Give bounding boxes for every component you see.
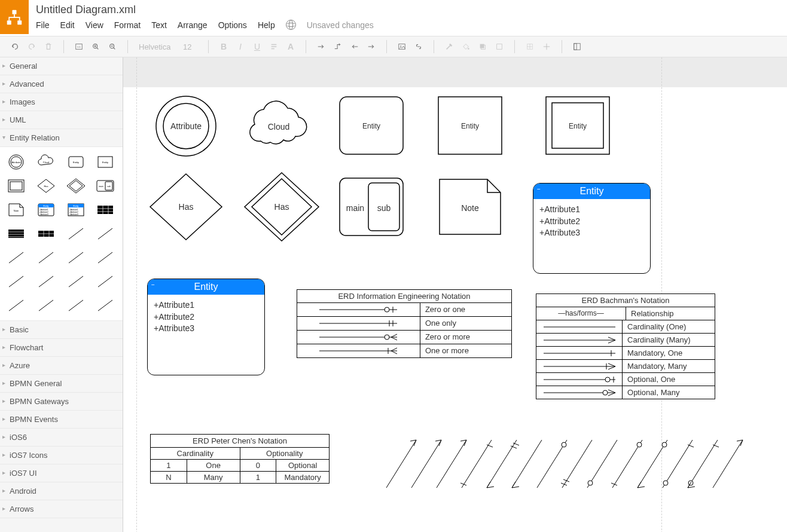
palette-entity-table-blue2[interactable]: Entity+Attribute1+Attribute2+Attribute3 <box>63 200 89 220</box>
palette-entity-rounded[interactable]: Entity <box>63 152 89 172</box>
sidebar-category-general[interactable]: General <box>0 57 123 75</box>
palette-line-9[interactable] <box>63 271 89 292</box>
shape-note[interactable]: Note <box>437 177 503 237</box>
underline-button[interactable]: U <box>249 39 265 54</box>
palette-table-dark3[interactable] <box>33 224 59 244</box>
link-button[interactable] <box>411 39 426 54</box>
shadow-button[interactable] <box>475 39 490 54</box>
sidebar-category-advanced[interactable]: Advanced <box>0 75 123 93</box>
sidebar-category-bpmn-general[interactable]: BPMN General <box>0 375 123 393</box>
palette-line-3[interactable] <box>4 247 29 268</box>
zoom-in-button[interactable] <box>88 39 103 54</box>
palette-line-13[interactable] <box>63 295 89 316</box>
line-start-button[interactable] <box>347 39 362 54</box>
delete-button[interactable] <box>41 39 56 54</box>
menu-options[interactable]: Options <box>218 20 247 30</box>
sidebar-category-arrows[interactable]: Arrows <box>0 500 123 518</box>
palette-line-14[interactable] <box>93 295 118 316</box>
sidebar-category-entity-relation[interactable]: Entity Relation <box>0 129 123 147</box>
palette-line-8[interactable] <box>33 271 59 292</box>
sidebar-category-uml[interactable]: UML <box>0 111 123 129</box>
shape-chen-notation[interactable]: ERD Peter Chen's Notation Cardinality Op… <box>150 434 330 484</box>
palette-has-diamond[interactable]: Has <box>33 176 59 196</box>
fill-color-button[interactable] <box>458 39 474 54</box>
shape-entity-double[interactable]: Entity <box>545 96 611 155</box>
shape-entity-table-2[interactable]: − Entity +Attribute1 +Attribute2 +Attrib… <box>147 279 265 375</box>
chen-header: Cardinality <box>151 448 240 459</box>
palette-has-double-diamond[interactable] <box>63 176 89 196</box>
shape-attribute[interactable]: Attribute <box>153 93 219 159</box>
palette-note[interactable]: Note <box>4 200 29 220</box>
palette-line-12[interactable] <box>33 295 59 316</box>
entity-attr: +Attribute1 <box>154 299 258 311</box>
align-button[interactable] <box>266 39 282 54</box>
sidebar-category-ios7-icons[interactable]: iOS7 Icons <box>0 447 123 464</box>
palette-table-dark[interactable] <box>93 200 118 220</box>
zoom-fit-button[interactable]: 1:1 <box>71 39 87 54</box>
menu-format[interactable]: Format <box>114 20 141 30</box>
shape-has-double-diamond[interactable]: Has <box>243 171 321 243</box>
shape-main-sub[interactable]: main sub <box>338 177 404 237</box>
sidebar-category-bpmn-gateways[interactable]: BPMN Gateways <box>0 393 123 411</box>
chen-header: Optionality <box>240 448 330 459</box>
bold-button[interactable]: B <box>216 39 231 54</box>
waypoints-button[interactable] <box>330 39 346 54</box>
palette-line-5[interactable] <box>63 247 89 268</box>
shape-cloud[interactable]: Cloud <box>246 99 312 153</box>
sidebar-category-flowchart[interactable]: Flowchart <box>0 339 123 357</box>
palette-line-7[interactable] <box>4 271 29 292</box>
sidebar-category-basic[interactable]: Basic <box>0 321 123 339</box>
globe-icon[interactable] <box>286 20 296 30</box>
connection-button[interactable] <box>313 39 329 54</box>
palette-entity-table-blue[interactable]: Entity+Attribute1+Attribute2+Attribute3 <box>33 200 59 220</box>
grid-toggle-button[interactable] <box>522 39 538 54</box>
palette-line-11[interactable] <box>4 295 29 316</box>
shape-entity-rect[interactable]: Entity <box>437 96 503 155</box>
palette-line-4[interactable] <box>33 247 59 268</box>
line-color-button[interactable] <box>441 39 457 54</box>
menu-edit[interactable]: Edit <box>60 20 75 30</box>
menu-text[interactable]: Text <box>151 20 167 30</box>
sidebar-category-android[interactable]: Android <box>0 482 123 500</box>
palette-line-6[interactable] <box>93 247 118 268</box>
palette-line-10[interactable] <box>93 271 118 292</box>
palette-table-dark2[interactable] <box>4 224 29 244</box>
sidebar-category-ios7-ui[interactable]: iOS7 UI <box>0 464 123 482</box>
font-size[interactable]: 12 <box>179 42 201 51</box>
menu-file[interactable]: File <box>36 20 50 30</box>
sidebar-category-azure[interactable]: Azure <box>0 357 123 375</box>
redo-button[interactable] <box>24 39 39 54</box>
shape-has-diamond[interactable]: Has <box>147 171 225 243</box>
canvas[interactable]: Attribute Cloud Entity Entity Entity Has… <box>123 57 787 532</box>
document-title[interactable]: Untitled Diagram.xml <box>36 4 374 16</box>
outline-button[interactable] <box>569 39 585 54</box>
palette-line-2[interactable] <box>93 224 118 244</box>
undo-button[interactable] <box>7 39 23 54</box>
palette-attribute[interactable]: Attribute <box>4 152 29 172</box>
guides-toggle-button[interactable] <box>539 39 554 54</box>
palette-main-sub[interactable]: mainsub <box>93 176 118 196</box>
menu-view[interactable]: View <box>86 20 103 30</box>
shape-ie-notation[interactable]: ERD Information Engineering Notation Zer… <box>297 289 512 358</box>
sidebar-category-images[interactable]: Images <box>0 93 123 111</box>
palette-cloud[interactable]: Cloud <box>33 152 59 172</box>
sidebar-category-ios6[interactable]: iOS6 <box>0 429 123 447</box>
shape-entity-table-1[interactable]: − Entity +Attribute1 +Attribute2 +Attrib… <box>533 183 651 274</box>
line-end-button[interactable] <box>364 39 379 54</box>
sidebar-category-bpmn-events[interactable]: BPMN Events <box>0 411 123 429</box>
font-family[interactable]: Helvetica <box>135 42 178 51</box>
palette-entity-double[interactable] <box>4 176 29 196</box>
shape-bachman-notation[interactable]: ERD Bachman's Notation —has/forms—Relati… <box>536 293 715 399</box>
shape-entity-rounded[interactable]: Entity <box>338 96 404 155</box>
svg-line-94 <box>487 440 517 488</box>
palette-entity-rect[interactable]: Entity <box>93 152 118 172</box>
zoom-out-button[interactable] <box>105 39 120 54</box>
palette-line-1[interactable] <box>63 224 89 244</box>
shape-connector-samples[interactable] <box>374 434 769 506</box>
image-button[interactable] <box>394 39 410 54</box>
font-color-button[interactable]: A <box>283 39 298 54</box>
edit-style-button[interactable] <box>492 39 507 54</box>
menu-arrange[interactable]: Arrange <box>178 20 208 30</box>
italic-button[interactable]: I <box>233 39 248 54</box>
menu-help[interactable]: Help <box>258 20 275 30</box>
